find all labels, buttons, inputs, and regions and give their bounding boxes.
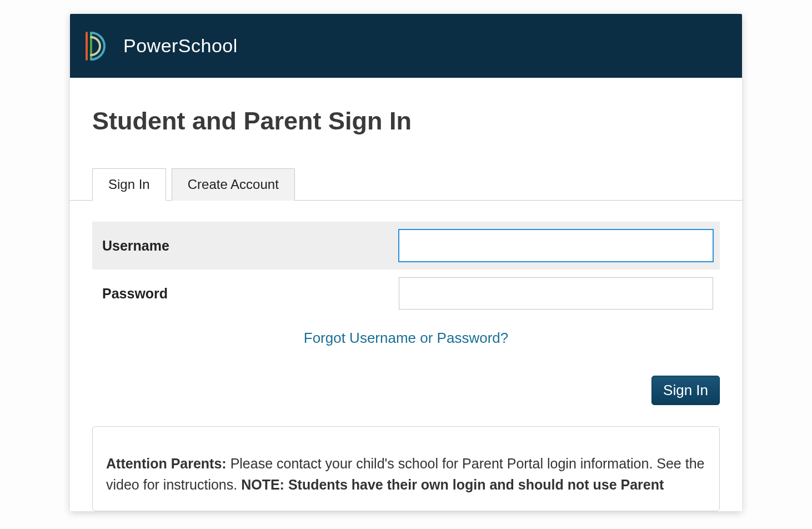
username-input[interactable] — [399, 229, 713, 262]
password-input[interactable] — [399, 277, 713, 310]
tab-create-account[interactable]: Create Account — [172, 168, 295, 201]
header-bar: PowerSchool — [70, 14, 742, 78]
username-label: Username — [99, 238, 399, 254]
notice-note-bold: NOTE: Students have their own login and … — [241, 477, 664, 492]
notice-lead-bold: Attention Parents: — [106, 456, 230, 471]
page-title: Student and Parent Sign In — [92, 107, 720, 136]
powerschool-logo-icon — [82, 29, 110, 63]
tab-bar: Sign In Create Account — [70, 168, 742, 201]
forgot-row: Forgot Username or Password? — [92, 317, 720, 352]
brand-name: PowerSchool — [123, 35, 238, 57]
sign-in-button[interactable]: Sign In — [651, 376, 720, 405]
button-row: Sign In — [92, 352, 720, 422]
password-label: Password — [99, 286, 399, 302]
sign-in-form: Username Password Forgot Username or Pas… — [92, 222, 720, 511]
notice-box: Attention Parents: Please contact your c… — [92, 426, 720, 511]
forgot-link[interactable]: Forgot Username or Password? — [304, 330, 508, 346]
login-card: PowerSchool Student and Parent Sign In S… — [70, 14, 742, 511]
password-row: Password — [92, 270, 720, 317]
tab-sign-in[interactable]: Sign In — [92, 168, 166, 201]
content-area: Student and Parent Sign In Sign In Creat… — [70, 107, 742, 511]
username-row: Username — [92, 222, 720, 270]
